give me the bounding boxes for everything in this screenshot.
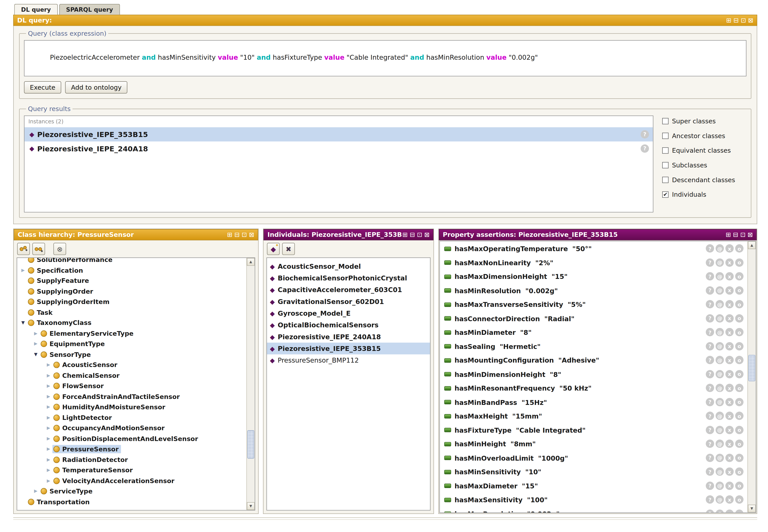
assertion-row[interactable]: hasMinHeight "8mm" ? @ x o: [440, 437, 747, 451]
remove-icon[interactable]: x: [725, 412, 734, 420]
instance-row[interactable]: ◆ Piezoresistive_IEPE_240A18 ?: [24, 141, 653, 156]
annotate-icon[interactable]: @: [716, 412, 724, 420]
expand-arrow-icon[interactable]: [45, 468, 52, 473]
assertion-row[interactable]: hasMountingConfiguration "Adhesive" ? @ …: [440, 353, 747, 367]
class-tree-row[interactable]: SolutionPerformance: [17, 258, 246, 265]
edit-icon[interactable]: o: [735, 509, 744, 513]
class-tree-row[interactable]: Task: [17, 307, 246, 318]
edit-icon[interactable]: o: [735, 384, 744, 392]
explain-help-icon[interactable]: ?: [706, 370, 714, 378]
explain-help-icon[interactable]: ?: [706, 272, 714, 280]
annotate-icon[interactable]: @: [716, 258, 724, 267]
remove-icon[interactable]: x: [725, 426, 734, 434]
expand-arrow-icon[interactable]: [45, 415, 52, 420]
assertion-row[interactable]: hasMaxOperatingTemperature "50°" ? @ x o: [440, 242, 747, 256]
remove-icon[interactable]: x: [725, 300, 734, 308]
class-tree-row[interactable]: Transportation: [17, 497, 246, 507]
add-to-ontology-button[interactable]: Add to ontology: [65, 81, 128, 94]
annotate-icon[interactable]: @: [716, 481, 724, 490]
individual-row[interactable]: ◆ PressureSensor_BMP112: [267, 354, 430, 366]
edit-icon[interactable]: o: [735, 244, 744, 253]
scroll-up-icon[interactable]: ▲: [748, 241, 756, 249]
edit-icon[interactable]: o: [735, 342, 744, 350]
explain-help-icon[interactable]: ?: [706, 258, 714, 267]
edit-icon[interactable]: o: [735, 286, 744, 295]
explain-help-icon[interactable]: ?: [706, 342, 714, 350]
edit-icon[interactable]: o: [735, 314, 744, 322]
remove-icon[interactable]: x: [725, 384, 734, 392]
annotate-icon[interactable]: @: [716, 426, 724, 434]
edit-icon[interactable]: o: [735, 467, 744, 476]
class-tree-row[interactable]: ForceAndStrainAndTactileSensor: [17, 391, 246, 402]
remove-icon[interactable]: x: [725, 481, 734, 490]
class-tree-row[interactable]: PressureSensor: [17, 444, 246, 454]
edit-icon[interactable]: o: [735, 412, 744, 420]
annotate-icon[interactable]: @: [716, 454, 724, 462]
assertion-row[interactable]: hasMinSensitivity "10" ? @ x o: [440, 465, 747, 479]
scroll-down-icon[interactable]: ▼: [247, 502, 255, 510]
assertion-row[interactable]: hasFixtureType "Cable Integrated" ? @ x …: [440, 423, 747, 437]
close-icon[interactable]: ⊠: [748, 232, 753, 238]
annotate-icon[interactable]: @: [716, 356, 724, 364]
class-tree-row[interactable]: EquipmentType: [17, 339, 246, 349]
class-tree-row[interactable]: OccupancyAndMotionSensor: [17, 423, 246, 434]
class-tree-row[interactable]: LightDetector: [17, 412, 246, 423]
explain-help-icon[interactable]: ?: [706, 314, 714, 322]
add-sibling-class-button[interactable]: [32, 243, 45, 255]
class-tree-row[interactable]: ChemicalSensor: [17, 370, 246, 381]
class-tree-row[interactable]: Specification: [17, 265, 246, 276]
individual-row[interactable]: ◆ Piezoresistive_IEPE_240A18: [267, 331, 430, 343]
annotate-icon[interactable]: @: [716, 384, 724, 392]
annotate-icon[interactable]: @: [716, 272, 724, 280]
remove-icon[interactable]: x: [725, 509, 734, 513]
assertion-row[interactable]: hasMinDimensionHeight "8" ? @ x o: [440, 367, 747, 381]
result-filter-checkbox[interactable]: Equivalent classes: [662, 146, 746, 155]
assertion-row[interactable]: hasMaxSensitivity "100" ? @ x o: [440, 493, 747, 507]
minimize-icon[interactable]: ⊟: [733, 232, 738, 238]
individual-row[interactable]: ◆ AcousticSensor_Model: [267, 260, 430, 272]
explain-help-icon[interactable]: ?: [706, 495, 714, 504]
explain-help-icon[interactable]: ?: [706, 328, 714, 336]
explain-help-icon[interactable]: ?: [641, 130, 649, 139]
expand-arrow-icon[interactable]: [45, 436, 52, 441]
expand-arrow-icon[interactable]: [45, 363, 52, 367]
scroll-thumb[interactable]: [247, 430, 254, 459]
delete-individual-button[interactable]: ✖: [282, 243, 295, 255]
delete-class-button[interactable]: ⊗: [53, 243, 66, 255]
expand-arrow-icon[interactable]: [45, 447, 52, 451]
checkbox-icon[interactable]: [662, 118, 669, 124]
class-tree-row[interactable]: TemperatureSensor: [17, 465, 246, 476]
annotate-icon[interactable]: @: [716, 439, 724, 448]
add-individual-button[interactable]: ◆✦: [267, 243, 280, 255]
remove-icon[interactable]: x: [725, 244, 734, 253]
result-filter-checkbox[interactable]: ✔ Individuals: [662, 190, 746, 199]
result-filter-checkbox[interactable]: Subclasses: [662, 161, 746, 169]
class-tree-row[interactable]: HumidityAndMoistureSensor: [17, 402, 246, 412]
annotate-icon[interactable]: @: [716, 342, 724, 350]
annotate-icon[interactable]: @: [716, 509, 724, 513]
assertion-row[interactable]: hasMinResolution "0.002g" ? @ x o: [440, 284, 747, 298]
class-tree-row[interactable]: SupplyingOrderItem: [17, 297, 246, 307]
minimize-icon[interactable]: ⊟: [733, 17, 739, 24]
expand-arrow-icon[interactable]: [45, 405, 52, 409]
assertion-row[interactable]: hasMaxResolution "0.002g" ? @ x o: [440, 507, 747, 513]
edit-icon[interactable]: o: [735, 439, 744, 448]
maximize-icon[interactable]: ⊡: [241, 232, 247, 238]
remove-icon[interactable]: x: [725, 439, 734, 448]
scroll-down-icon[interactable]: ▼: [748, 505, 756, 513]
individual-row[interactable]: ◆ GravitationalSensor_602D01: [267, 296, 430, 307]
checkbox-icon[interactable]: ✔: [662, 191, 669, 198]
checkbox-icon[interactable]: [662, 133, 669, 139]
assertion-row[interactable]: hasMinOverloadLimit "1000g" ? @ x o: [440, 451, 747, 465]
remove-icon[interactable]: x: [725, 314, 734, 322]
expand-arrow-icon[interactable]: [32, 331, 40, 336]
maximize-icon[interactable]: ⊡: [417, 232, 422, 238]
remove-icon[interactable]: x: [725, 398, 734, 406]
class-tree-row[interactable]: ServiceType: [17, 486, 246, 497]
individual-row[interactable]: ◆ CapacitiveAccelerometer_603C01: [267, 284, 430, 296]
remove-icon[interactable]: x: [725, 328, 734, 336]
float-icon[interactable]: ⊞: [725, 232, 731, 238]
remove-icon[interactable]: x: [725, 272, 734, 280]
edit-icon[interactable]: o: [735, 495, 744, 504]
remove-icon[interactable]: x: [725, 258, 734, 267]
